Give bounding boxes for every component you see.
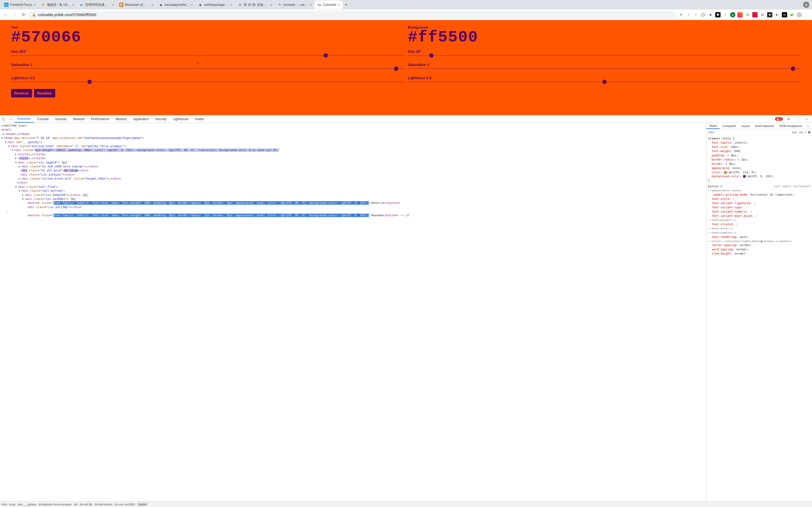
- extension-icon[interactable]: ◆: [708, 12, 713, 17]
- tab-issue16[interactable]: ⚙ 第 16 期: 加速你… ×: [235, 1, 275, 9]
- extension-icon[interactable]: ⬢: [715, 12, 720, 17]
- extension-icon[interactable]: ✓: [723, 12, 728, 17]
- slider-thumb[interactable]: [394, 66, 398, 71]
- error-count-badge[interactable]: ◉ 2: [775, 117, 783, 121]
- close-icon[interactable]: ×: [151, 3, 154, 7]
- cls-toggle[interactable]: .cls: [799, 131, 803, 134]
- tab-svelte[interactable]: Svelte: [192, 115, 207, 122]
- address-bar[interactable]: 🔒 colorable.jxnblk.com/570066/ff5500: [29, 11, 676, 19]
- styles-tab-computed[interactable]: Computed: [720, 123, 739, 129]
- tab-weituchang[interactable]: ✚ 微图床 - 将 Git… ×: [39, 1, 77, 9]
- forward-button[interactable]: →: [12, 11, 18, 18]
- bookmark-icon[interactable]: ☆: [693, 12, 698, 17]
- tab-cccreate[interactable]: ⚑ cccreate → care… ×: [275, 1, 314, 9]
- new-rule-button[interactable]: +: [805, 131, 806, 134]
- background-hex-value[interactable]: #ff5500: [408, 28, 801, 46]
- extension-icon[interactable]: ⁂: [745, 12, 750, 17]
- slider-thumb[interactable]: [323, 53, 328, 58]
- profile-icon[interactable]: [797, 12, 802, 17]
- extension-icon[interactable]: [738, 12, 743, 17]
- devtools-panel: ◫ ▭ Elements Console Sources Network Per…: [0, 115, 812, 507]
- close-icon[interactable]: ×: [112, 3, 114, 7]
- random-button[interactable]: Random: [34, 89, 55, 98]
- styles-tab-event-listeners[interactable]: Event listeners: [753, 123, 777, 129]
- close-icon[interactable]: ×: [310, 3, 312, 7]
- close-icon[interactable]: ×: [231, 3, 233, 7]
- tab-performance[interactable]: Performance: [88, 115, 112, 122]
- more-tabs-icon[interactable]: »: [805, 123, 812, 129]
- crumb[interactable]: div#gatsby-focus-wrapper: [39, 503, 72, 506]
- crumb[interactable]: html: [2, 503, 7, 506]
- close-icon[interactable]: ×: [270, 3, 272, 7]
- text-hex-value[interactable]: #570066: [11, 28, 404, 46]
- inspect-element-icon[interactable]: ◫: [0, 117, 7, 121]
- styles-tab-layout[interactable]: Layout: [739, 123, 753, 129]
- tab-sources[interactable]: Sources: [52, 115, 70, 122]
- lightness-slider-track[interactable]: [408, 81, 801, 82]
- saturation-slider-track[interactable]: [408, 68, 801, 69]
- settings-icon[interactable]: ⚙: [785, 117, 792, 121]
- extension-icon[interactable]: ▤: [760, 12, 765, 17]
- crumb[interactable]: body: [9, 503, 15, 506]
- tab-colorable[interactable]: Aa Colorable ×: [314, 1, 343, 9]
- tab-haoziqaq[interactable]: ◉ haoziqaq/varlet… ×: [156, 1, 196, 9]
- device-toolbar-icon[interactable]: ▭: [7, 117, 14, 121]
- toggle-sidebar-icon[interactable]: ▣: [808, 130, 810, 134]
- tab-security[interactable]: Security: [152, 115, 170, 122]
- extension-icon[interactable]: ◈: [767, 12, 772, 17]
- back-button[interactable]: ←: [3, 11, 9, 18]
- crumb[interactable]: div.tall-bottom: [95, 503, 113, 506]
- close-icon[interactable]: ×: [191, 3, 193, 7]
- more-icon[interactable]: ⋮: [794, 117, 802, 121]
- translate-icon[interactable]: ⊕: [678, 12, 683, 17]
- styles-filter-input[interactable]: [708, 131, 790, 134]
- hue-slider-track[interactable]: [11, 55, 404, 56]
- extension-icon[interactable]: ◐: [774, 12, 780, 17]
- bg-hue-slider: Hue 20°: [408, 49, 801, 56]
- tab-lighthouse[interactable]: Lighthouse: [170, 115, 192, 122]
- crumb[interactable]: div.css-1ec69b1: [114, 503, 135, 506]
- close-icon[interactable]: ×: [34, 3, 36, 7]
- crumb[interactable]: div.tall-flip: [80, 503, 93, 506]
- close-devtools-icon[interactable]: ×: [804, 117, 810, 121]
- close-icon[interactable]: ×: [72, 3, 74, 7]
- styles-tab-dom-breakpoints[interactable]: DOM breakpoints: [777, 123, 805, 129]
- saturation-slider-track[interactable]: [11, 68, 404, 69]
- tab-bilibili[interactable]: ▶ 哔哩哔哩直播，… ×: [77, 1, 116, 9]
- extension-icon[interactable]: m: [782, 12, 787, 17]
- slider-label: Lightness 0.2: [11, 76, 404, 80]
- extension-icon[interactable]: ◯: [701, 12, 706, 17]
- slider-thumb[interactable]: [429, 53, 434, 58]
- crumb-selected[interactable]: button: [138, 503, 148, 506]
- tab-elements[interactable]: Elements: [14, 115, 34, 122]
- tab-application[interactable]: Application: [130, 115, 152, 122]
- extension-icon[interactable]: [752, 12, 758, 17]
- tab-memory[interactable]: Memory: [112, 115, 130, 122]
- slider-thumb[interactable]: [88, 80, 92, 84]
- extension-icon[interactable]: ●: [730, 12, 735, 17]
- lightness-slider-track[interactable]: [11, 81, 404, 82]
- crumb[interactable]: div#___gatsby: [18, 503, 37, 506]
- styles-tab-styles[interactable]: Styles: [707, 123, 720, 129]
- new-tab-button[interactable]: +: [343, 2, 350, 8]
- slider-thumb[interactable]: [791, 66, 795, 71]
- tab-network[interactable]: Network: [70, 115, 88, 122]
- tab-frontend-focus[interactable]: ▭ Frontend Focus ×: [2, 1, 39, 9]
- slider-label: Hue 20°: [408, 49, 801, 54]
- styles-rules[interactable]: element.style { font-family: inherit; fo…: [707, 135, 812, 501]
- elements-tree[interactable]: <!DOCTYPE html> <html> ▶<head>…</head> ▼…: [0, 123, 706, 501]
- hue-slider-track[interactable]: [408, 55, 801, 56]
- profile-avatar-icon[interactable]: ●: [803, 2, 809, 8]
- tab-console[interactable]: Console: [34, 115, 52, 122]
- hov-toggle[interactable]: :hov: [792, 131, 797, 134]
- browser-menu-icon[interactable]: ⋮: [804, 12, 809, 17]
- close-icon[interactable]: ×: [338, 3, 340, 7]
- share-icon[interactable]: ⇪: [686, 12, 691, 17]
- crumb[interactable]: div: [74, 503, 78, 506]
- extensions-menu-icon[interactable]: 🧩: [789, 12, 795, 17]
- reverse-button[interactable]: Reverse: [11, 89, 32, 98]
- tab-markdown[interactable]: M Markdown 在线… ×: [116, 1, 156, 9]
- slider-thumb[interactable]: [602, 80, 607, 84]
- reload-button[interactable]: ⟳: [20, 11, 26, 18]
- tab-varlet[interactable]: ◉ varlet/packages… ×: [196, 1, 235, 9]
